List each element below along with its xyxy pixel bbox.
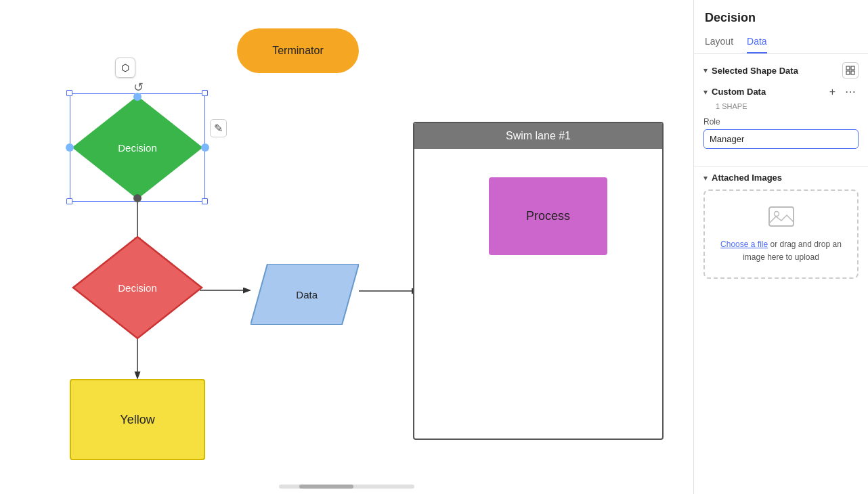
pen-icon[interactable]: ✎ [210,119,227,137]
svg-rect-8 [851,66,854,70]
shape-toolbar[interactable]: ⬡ [115,58,135,78]
process-label: Process [526,209,570,223]
yellow-shape[interactable]: Yellow [70,379,205,460]
swimlane-header: Swim lane #1 [414,123,662,149]
scrollbar-thumb[interactable] [299,485,353,489]
yellow-label: Yellow [120,413,154,427]
attached-chevron[interactable]: ▾ [703,173,708,183]
horizontal-scrollbar[interactable] [279,485,414,489]
add-custom-data-button[interactable]: + [827,85,838,99]
selected-shape-data-header: ▾ Selected Shape Data [694,54,868,84]
process-shape[interactable]: Process [489,177,607,255]
panel-title: Decision [705,11,857,25]
selected-shape-title: Selected Shape Data [712,66,798,76]
tab-data[interactable]: Data [747,32,767,53]
svg-rect-10 [851,71,854,74]
upload-zone[interactable]: Choose a file or drag and drop an image … [703,189,859,279]
attached-images-section: ▾ Attached Images Choose a file or drag … [694,173,868,288]
upload-placeholder-icon [768,204,795,231]
custom-data-title: Custom Data [712,87,766,97]
custom-data-more-button[interactable]: ⋯ [842,84,859,99]
canvas[interactable]: Terminator Decision ⬡ ↺ ✎ Decisi [0,0,693,494]
grid-icon-button[interactable] [842,62,859,78]
role-label: Role [703,117,859,127]
role-field-group: Role [703,117,859,149]
shapes-toolbar-icon[interactable]: ⬡ [115,58,135,78]
svg-rect-11 [769,207,794,226]
svg-rect-7 [846,66,850,70]
terminator-shape[interactable]: Terminator [237,28,359,73]
custom-data-section: ▾ Custom Data + ⋯ 1 SHAPE Role [694,84,868,161]
terminator-label: Terminator [272,45,324,57]
panel-tabs: Layout Data [705,32,857,53]
swimlane[interactable]: Swim lane #1 Process [413,122,664,440]
svg-rect-9 [846,71,850,74]
shapes-icon: ⬡ [121,62,129,73]
right-panel: Decision Layout Data ▾ Selected Shape Da… [693,0,868,494]
upload-text: Choose a file or drag and drop an image … [716,238,846,264]
svg-marker-4 [73,97,202,198]
upload-link[interactable]: Choose a file [720,240,768,249]
selected-shape-chevron[interactable]: ▾ [703,66,708,75]
custom-data-subtitle: 1 SHAPE [716,102,859,110]
svg-marker-5 [73,237,202,338]
attached-title: Attached Images [712,173,782,183]
custom-data-chevron[interactable]: ▾ [703,87,708,97]
decision1-shape[interactable]: Decision [70,93,205,202]
decision2-shape[interactable]: Decision [70,233,205,342]
data-shape[interactable]: Data [251,264,359,325]
divider [694,166,868,167]
svg-point-12 [774,212,779,217]
role-input[interactable] [703,129,859,149]
tab-layout[interactable]: Layout [705,32,733,53]
rotate-handle[interactable]: ↺ [133,80,144,95]
panel-header: Decision Layout Data [694,0,868,54]
data-label: Data [296,289,318,300]
